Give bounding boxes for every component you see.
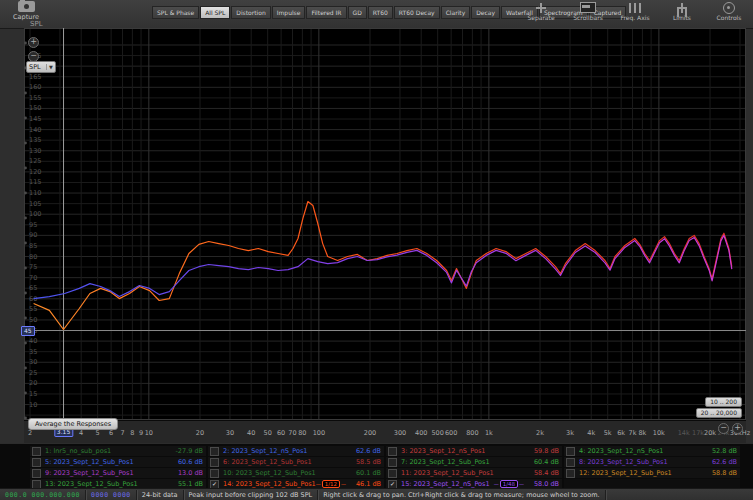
- checkbox-unchecked[interactable]: [388, 469, 397, 478]
- legend-row[interactable]: 10: 2023_Sept_12_Sub_Pos160.1 dB: [208, 468, 384, 478]
- axis-tick-dot: [24, 192, 27, 195]
- range-preset-10-200[interactable]: 10 .. 200: [705, 397, 742, 407]
- legend-row[interactable]: 8: 2023_Sept_12_Sub_Pos162.6 dB: [564, 457, 740, 467]
- y-axis-label: 100: [29, 210, 41, 218]
- zoom-in-button[interactable]: +: [732, 423, 743, 434]
- status-led-green: 000.0 000.000.000: [0, 490, 86, 500]
- checkbox-unchecked[interactable]: [566, 469, 575, 478]
- zoom-out-button[interactable]: −: [718, 423, 729, 434]
- axis-tick-dot: [24, 417, 27, 420]
- checkbox-unchecked[interactable]: [566, 447, 575, 456]
- freq-tick-2k: 2k: [536, 429, 544, 437]
- measurement-level: 52.8 dB: [712, 447, 737, 455]
- tab-impulse[interactable]: Impulse: [272, 6, 306, 19]
- y-axis-label: 70: [29, 274, 37, 282]
- axis-tick-dot: [24, 142, 27, 145]
- checkbox-unchecked[interactable]: [210, 469, 219, 478]
- freq-axis-button[interactable]: Freq. Axis: [617, 2, 653, 21]
- measurement-level: 59.8 dB: [534, 447, 559, 455]
- checkbox-unchecked[interactable]: [566, 458, 575, 467]
- toolbar-right: SeparateScrollbarsFreq. AxisLimitsContro…: [523, 2, 747, 21]
- y-axis-label: 125: [29, 157, 41, 165]
- legend-row[interactable]: 11: 2023_Sept_12_Sub_Pos158.4 dB: [386, 468, 562, 478]
- checkbox-unchecked[interactable]: [210, 447, 219, 456]
- freq-tick-20: 20: [196, 429, 204, 437]
- status-bar: 000.0 000.000.000 0000 0000 24-bit data …: [0, 488, 753, 500]
- measurement-level: 55.1 dB: [178, 480, 203, 488]
- controls-button[interactable]: Controls: [711, 2, 747, 21]
- smoothing-badge: 1/12: [322, 480, 340, 488]
- axis-tick-dot: [24, 392, 27, 395]
- checkbox-unchecked[interactable]: [388, 447, 397, 456]
- legend-row[interactable]: 12: 2023_Sept_12_Sub_Pos158.8 dB: [564, 468, 740, 478]
- y-axis-label: 140: [29, 126, 41, 134]
- legend-row[interactable]: 5: 2023_Sept_12_Sub_Pos160.6 dB: [30, 457, 206, 467]
- tab-rt60[interactable]: RT60: [368, 6, 393, 19]
- scrollbars-button[interactable]: Scrollbars: [570, 2, 606, 21]
- tab-distortion[interactable]: Distortion: [231, 6, 270, 19]
- tab-all-spl[interactable]: All SPL: [200, 6, 230, 19]
- freq-tick-8k: 8k: [638, 429, 646, 437]
- measurement-name: 12: 2023_Sept_12_Sub_Pos1: [579, 469, 672, 477]
- checkbox-unchecked[interactable]: [32, 469, 41, 478]
- y-axis-label: 80: [29, 253, 37, 261]
- pane-title: SPL: [30, 20, 43, 28]
- legend-row[interactable]: 4: 2023_Sept_12_nS_Pos152.8 dB: [564, 446, 740, 456]
- average-responses-button[interactable]: Average the Responses: [28, 418, 118, 430]
- y-axis-label: 145: [29, 115, 41, 123]
- spl-graph[interactable]: 1751701651601551501451401351301251201151…: [24, 28, 746, 420]
- measurement-level: 60.6 dB: [178, 458, 203, 466]
- freq-tick-9: 9: [139, 429, 143, 437]
- freq-tick-4k: 4k: [587, 429, 595, 437]
- measurement-name: 15: 2023_Sept_12_nS_Pos1: [401, 480, 490, 488]
- tab-clarity[interactable]: Clarity: [441, 6, 471, 19]
- limits-button[interactable]: Limits: [664, 2, 700, 21]
- legend-row[interactable]: 3: 2023_Sept_12_nS_Pos159.8 dB: [386, 446, 562, 456]
- legend-row[interactable]: 2: 2023_Sept_12_nS_Pos162.6 dB: [208, 446, 384, 456]
- tab-spl-phase[interactable]: SPL & Phase: [152, 6, 199, 19]
- freq-tick-5k: 5k: [604, 429, 612, 437]
- y-axis-dropdown[interactable]: SPL ▼: [26, 61, 56, 73]
- tab-gd[interactable]: GD: [348, 6, 367, 19]
- measurement-name: 8: 2023_Sept_12_Sub_Pos1: [579, 458, 668, 466]
- rew-window: Capture SPL SPL & PhaseAll SPLDistortion…: [0, 0, 753, 500]
- graph-canvas: 1751701651601551501451401351301251201151…: [24, 28, 746, 420]
- legend-row[interactable]: 6: 2023_Sept_12_Sub_Pos158.5 dB: [208, 457, 384, 467]
- capture-button[interactable]: Capture: [8, 1, 44, 21]
- separate-button[interactable]: Separate: [523, 2, 559, 21]
- measurement-name: 6: 2023_Sept_12_Sub_Pos1: [223, 458, 312, 466]
- y-axis-label: 40: [29, 337, 37, 345]
- checkbox-unchecked[interactable]: [210, 458, 219, 467]
- checkbox-unchecked[interactable]: [32, 447, 41, 456]
- y-axis-label: 30: [29, 358, 37, 366]
- checkbox-unchecked[interactable]: [32, 458, 41, 467]
- legend-column-1: 1: lnr5_no_sub_pos1-27.9 dB5: 2023_Sept_…: [30, 446, 206, 490]
- tab-decay[interactable]: Decay: [471, 6, 500, 19]
- checkbox-unchecked[interactable]: [388, 458, 397, 467]
- spl-cursor-value[interactable]: 45: [21, 326, 35, 336]
- legend-row[interactable]: 9: 2023_Sept_12_Sub_Pos113.0 dB: [30, 468, 206, 478]
- range-preset-20-20000[interactable]: 20 .. 20,000: [696, 408, 742, 418]
- freq-tick-1k: 1k: [485, 429, 493, 437]
- measurement-level: 58.0 dB: [534, 480, 559, 488]
- freq-tick-400: 400: [415, 429, 427, 437]
- y-axis-dropdown-value: SPL: [27, 63, 46, 71]
- zoom-in-button[interactable]: +: [28, 37, 39, 48]
- camera-icon: [18, 1, 35, 12]
- legend-row[interactable]: 1: lnr5_no_sub_pos1-27.9 dB: [30, 446, 206, 456]
- y-axis-label: 105: [29, 200, 41, 208]
- tab-filtered-ir[interactable]: Filtered IR: [306, 6, 346, 19]
- bit-depth-status: 24-bit data: [137, 490, 184, 500]
- freq-tick-20k: 20k: [704, 429, 716, 437]
- freq-tick-30: 30: [226, 429, 234, 437]
- freq-tick-10k: 10k: [653, 429, 665, 437]
- y-axis-label: 135: [29, 136, 41, 144]
- legend-row[interactable]: 7: 2023_Sept_12_Sub_Pos160.4 dB: [386, 457, 562, 467]
- axis-tick-dot: [24, 217, 27, 220]
- freq-tick-600: 600: [445, 429, 457, 437]
- measurement-name: 3: 2023_Sept_12_nS_Pos1: [401, 447, 485, 455]
- controls-label: Controls: [711, 14, 747, 21]
- tab-rt60-decay[interactable]: RT60 Decay: [394, 6, 440, 19]
- freq-tick-17k: 17k: [692, 429, 704, 437]
- y-axis-label: 75: [29, 263, 37, 271]
